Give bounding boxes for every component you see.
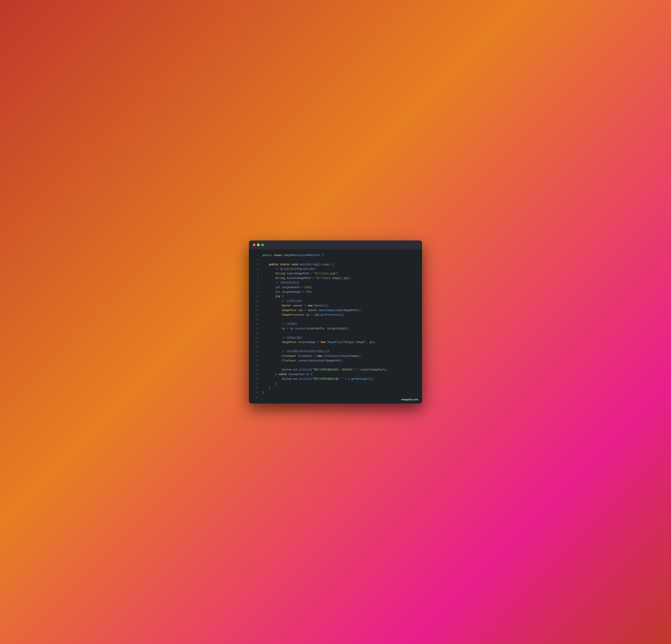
line-code: // 缩放图片 [262,322,422,326]
line-code: Opener opener = new Opener(); [262,304,422,308]
line-code: // 目标宽度和高度 [262,281,422,285]
line-number: 13 [249,308,262,313]
line-number: 12 [249,304,262,308]
line-code [262,317,422,322]
line-code: } [262,391,422,395]
code-table: 1 public class ImageResolutionModifier {… [249,253,422,400]
table-row: 8 int targetWidth = 1024; [249,285,422,290]
line-number: 27 [249,372,262,377]
line-number: 21 [249,345,262,349]
table-row: 2 [249,258,422,262]
table-row: 19 // 创建输出图片 [249,336,422,340]
line-number: 24 [249,358,262,363]
line-code: System.out.println("图片分辨率修改失败: " + e.get… [262,377,422,381]
line-code: fileSaver.saveAsJpeg(outputImagePath); [262,358,422,363]
line-code: System.out.println("图片分辨率修改成功, 并保存到 " + … [262,368,422,372]
line-number: 9 [249,290,262,294]
line-code: // 保存调整分辨率后的图片到输出文件 [262,349,422,354]
line-number: 30 [249,386,262,391]
line-code: } [262,386,422,391]
table-row: 5 String inputImagePath = "D:\\out1.png"… [249,272,422,276]
line-number: 32 [249,395,262,400]
line-code: ImagePlus outputImage = new ImagePlus("O… [262,340,422,345]
line-number: 29 [249,381,262,386]
line-number: 3 [249,262,262,267]
table-row: 30 } [249,386,422,391]
line-code [262,363,422,368]
table-row: 13 ImagePlus imp = opener.openImage(inpu… [249,308,422,313]
line-code [262,331,422,336]
minimize-button[interactable] [257,243,260,246]
branding: snappify.com [401,398,418,401]
line-code: int targetWidth = 1024; [262,285,422,290]
titlebar [249,240,422,249]
table-row: 20 ImagePlus outputImage = new ImagePlus… [249,340,422,345]
table-row: 6 String outputImagePath = "D:\\out1-ima… [249,276,422,281]
table-row: 29 } [249,381,422,386]
table-row: 9 int targetHeight = 576; [249,290,422,294]
line-number: 2 [249,258,262,262]
maximize-button[interactable] [261,243,264,246]
line-number: 5 [249,272,262,276]
table-row: 15 [249,317,422,322]
table-row: 17 ip = ip.resize(targetWidth, targetHei… [249,326,422,331]
line-code: ImageProcessor ip = imp.getProcessor(); [262,313,422,317]
line-number: 17 [249,326,262,331]
table-row: 23 FileSaver fileSaver = new FileSaver(o… [249,354,422,358]
line-code [262,345,422,349]
table-row: 16 // 缩放图片 [249,322,422,326]
line-code: ImagePlus imp = opener.openImage(inputIm… [262,308,422,313]
line-code: int targetHeight = 576; [262,290,422,294]
line-number: 10 [249,294,262,299]
table-row: 4 // 输入图片路径和输出图片路径 [249,267,422,272]
line-number: 28 [249,377,262,381]
line-number: 1 [249,253,262,258]
code-window: 1 public class ImageResolutionModifier {… [249,240,422,404]
line-number: 23 [249,354,262,358]
line-number: 22 [249,349,262,354]
line-number: 19 [249,336,262,340]
table-row: 27 } catch (Exception e) { [249,372,422,377]
line-number: 11 [249,299,262,304]
line-code: ip = ip.resize(targetWidth, targetHeight… [262,326,422,331]
table-row: 1 public class ImageResolutionModifier { [249,253,422,258]
line-code: public class ImageResolutionModifier { [262,253,422,258]
line-number: 14 [249,313,262,317]
table-row: 26 System.out.println("图片分辨率修改成功, 并保存到 "… [249,368,422,372]
line-code: String outputImagePath = "D:\\out1-image… [262,276,422,281]
line-number: 31 [249,391,262,395]
table-row: 7 // 目标宽度和高度 [249,281,422,285]
table-row: 3 public static void main(String[] args)… [249,262,422,267]
line-number: 18 [249,331,262,336]
line-number: 26 [249,368,262,372]
table-row: 12 Opener opener = new Opener(); [249,304,422,308]
table-row: 21 [249,345,422,349]
line-code: } [262,381,422,386]
line-number: 20 [249,340,262,345]
code-area: 1 public class ImageResolutionModifier {… [249,249,422,404]
line-code [262,395,422,400]
line-code: public static void main(String[] args) { [262,262,422,267]
line-number: 4 [249,267,262,272]
table-row: 18 [249,331,422,336]
table-row: 25 [249,363,422,368]
line-code [262,258,422,262]
table-row: 31 } [249,391,422,395]
line-code: String inputImagePath = "D:\\out1.png"; [262,272,422,276]
table-row: 28 System.out.println("图片分辨率修改失败: " + e.… [249,377,422,381]
table-row: 11 // 打开输入图片 [249,299,422,304]
line-code: FileSaver fileSaver = new FileSaver(outp… [262,354,422,358]
line-number: 6 [249,276,262,281]
line-code: // 输入图片路径和输出图片路径 [262,267,422,272]
close-button[interactable] [253,243,255,246]
line-number: 16 [249,322,262,326]
table-row: 32 [249,395,422,400]
table-row: 24 fileSaver.saveAsJpeg(outputImagePath)… [249,358,422,363]
table-row: 14 ImageProcessor ip = imp.getProcessor(… [249,313,422,317]
line-code: // 打开输入图片 [262,299,422,304]
line-number: 8 [249,285,262,290]
line-number: 25 [249,363,262,368]
table-row: 10 try { [249,294,422,299]
table-row: 22 // 保存调整分辨率后的图片到输出文件 [249,349,422,354]
line-number: 15 [249,317,262,322]
